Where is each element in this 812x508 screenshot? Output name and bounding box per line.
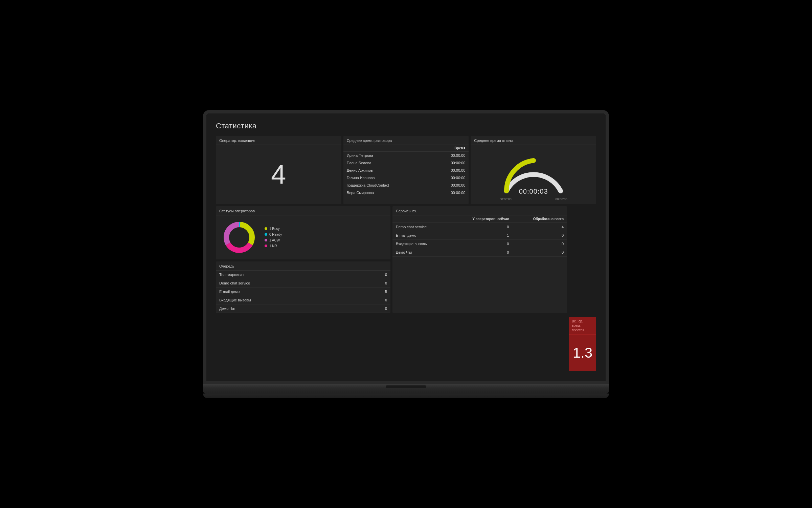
queue-value: 0 xyxy=(358,271,390,279)
legend-item: 0 Ready xyxy=(265,233,282,236)
avg-talk-name: Вера Смирнова xyxy=(343,189,431,196)
service-processed: 0 xyxy=(512,231,567,239)
queue-row: E-mail демо 5 xyxy=(216,287,390,296)
legend-label: 1 ACW xyxy=(269,238,280,242)
queue-title: Очередь xyxy=(216,261,390,271)
avg-talk-time: 00:00:00 xyxy=(431,174,469,182)
services-col-processed: Обработано всего xyxy=(512,215,567,223)
services-col-operators: У операторов: сейчас xyxy=(449,215,513,223)
laptop-base xyxy=(203,384,609,394)
avg-talk-time: 00:00:00 xyxy=(431,167,469,174)
queue-value: 0 xyxy=(358,296,390,304)
laptop-container: Статистика Оператор: входящие 4 Среднее … xyxy=(203,110,609,398)
services-row: Demo chat service 0 4 xyxy=(392,223,567,231)
gauge-labels: 00:00:00 00:00:06 xyxy=(500,197,567,201)
services-row: E-mail демо 1 0 xyxy=(392,231,567,239)
legend-item: 1 ACW xyxy=(265,238,282,242)
queue-table: Телемаркетинг 0 Demo chat service 0 E-ma… xyxy=(216,271,390,313)
card-queue: Очередь Телемаркетинг 0 Demo chat servic… xyxy=(216,261,390,313)
card-services: Сервисы вх. У операторов: сейчас Обработ… xyxy=(392,206,567,313)
services-row: Входящие вызовы 0 0 xyxy=(392,239,567,248)
laptop-foot xyxy=(203,394,609,398)
service-operators: 0 xyxy=(449,223,513,231)
page-title: Статистика xyxy=(216,122,596,130)
legend-dot xyxy=(265,227,267,230)
avg-talk-title: Среднее время разговора xyxy=(343,136,469,145)
laptop-screen-bezel: Статистика Оператор: входящие 4 Среднее … xyxy=(203,110,609,384)
avg-talk-row: Вера Смирнова 00:00:00 xyxy=(343,189,469,196)
avg-talk-name: поддержка CloudContact xyxy=(343,182,431,189)
legend-item: 1 NR xyxy=(265,244,282,248)
avg-talk-name: Денис Архипов xyxy=(343,167,431,174)
service-operators: 0 xyxy=(449,239,513,248)
legend-dot xyxy=(265,245,267,247)
laptop-screen: Статистика Оператор: входящие 4 Среднее … xyxy=(206,113,606,381)
card-idle-time: Вх.: ср. время простоя 1.3 xyxy=(569,317,596,371)
queue-value: 0 xyxy=(358,279,390,287)
operator-incoming-title: Оператор: входящие xyxy=(216,136,341,145)
avg-talk-col-time: Время xyxy=(431,145,469,152)
legend: 1 Busy 0 Ready 1 ACW 1 NR xyxy=(265,227,282,248)
avg-response-title: Среднее время ответа xyxy=(471,136,596,145)
card-operator-incoming: Оператор: входящие 4 xyxy=(216,136,341,204)
service-name: Demo chat service xyxy=(392,223,449,231)
services-title: Сервисы вх. xyxy=(392,206,567,215)
service-name: Демо Чат xyxy=(392,248,449,256)
avg-talk-time: 00:00:00 xyxy=(431,182,469,189)
donut-chart xyxy=(221,219,258,256)
queue-name: E-mail демо xyxy=(216,287,358,296)
queue-name: Demo chat service xyxy=(216,279,358,287)
service-operators: 0 xyxy=(449,248,513,256)
legend-label: 1 Busy xyxy=(269,227,280,231)
legend-label: 0 Ready xyxy=(269,233,282,236)
queue-row: Demo chat service 0 xyxy=(216,279,390,287)
status-content: 1 Busy 0 Ready 1 ACW 1 NR xyxy=(216,215,390,259)
idle-time-title: Вх.: ср. время простоя xyxy=(569,317,596,335)
avg-talk-name: Ирина Петрова xyxy=(343,151,431,159)
legend-dot xyxy=(265,239,267,241)
idle-time-value: 1.3 xyxy=(569,335,596,371)
services-table: У операторов: сейчас Обработано всего De… xyxy=(392,215,567,257)
avg-talk-name: Елена Белова xyxy=(343,159,431,167)
avg-talk-time: 00:00:00 xyxy=(431,189,469,196)
gauge-value: 00:00:03 xyxy=(519,188,548,195)
avg-talk-table: Время Ирина Петрова 00:00:00 Елена Белов… xyxy=(343,145,469,196)
avg-talk-name: Галина Иванова xyxy=(343,174,431,182)
gauge-container: 00:00:03 00:00:00 00:00:06 xyxy=(471,145,596,204)
gauge-min-label: 00:00:00 xyxy=(500,197,512,201)
queue-name: Демо Чат xyxy=(216,304,358,313)
avg-talk-row: Ирина Петрова 00:00:00 xyxy=(343,151,469,159)
avg-talk-time: 00:00:00 xyxy=(431,159,469,167)
service-processed: 0 xyxy=(512,248,567,256)
queue-value: 0 xyxy=(358,304,390,313)
queue-row: Демо Чат 0 xyxy=(216,304,390,313)
service-processed: 0 xyxy=(512,239,567,248)
svg-point-4 xyxy=(230,228,249,247)
gauge-max-label: 00:00:06 xyxy=(556,197,567,201)
services-row: Демо Чат 0 0 xyxy=(392,248,567,256)
avg-talk-row: поддержка CloudContact 00:00:00 xyxy=(343,182,469,189)
avg-talk-row: Денис Архипов 00:00:00 xyxy=(343,167,469,174)
legend-dot xyxy=(265,233,267,236)
service-name: Входящие вызовы xyxy=(392,239,449,248)
operator-incoming-value: 4 xyxy=(216,145,341,204)
service-operators: 1 xyxy=(449,231,513,239)
queue-value: 5 xyxy=(358,287,390,296)
service-processed: 4 xyxy=(512,223,567,231)
queue-row: Входящие вызовы 0 xyxy=(216,296,390,304)
avg-talk-row: Галина Иванова 00:00:00 xyxy=(343,174,469,182)
queue-name: Телемаркетинг xyxy=(216,271,358,279)
card-avg-response-time: Среднее время ответа 00:00:03 00:00:00 0… xyxy=(471,136,596,204)
queue-name: Входящие вызовы xyxy=(216,296,358,304)
avg-talk-time: 00:00:00 xyxy=(431,151,469,159)
statuses-title: Статусы операторов xyxy=(216,206,390,215)
queue-row: Телемаркетинг 0 xyxy=(216,271,390,279)
service-name: E-mail демо xyxy=(392,231,449,239)
avg-talk-row: Елена Белова 00:00:00 xyxy=(343,159,469,167)
card-operator-statuses: Статусы операторов xyxy=(216,206,390,259)
legend-item: 1 Busy xyxy=(265,227,282,231)
legend-label: 1 NR xyxy=(269,244,277,248)
card-avg-talk-time: Среднее время разговора Время Ирина Петр… xyxy=(343,136,469,204)
